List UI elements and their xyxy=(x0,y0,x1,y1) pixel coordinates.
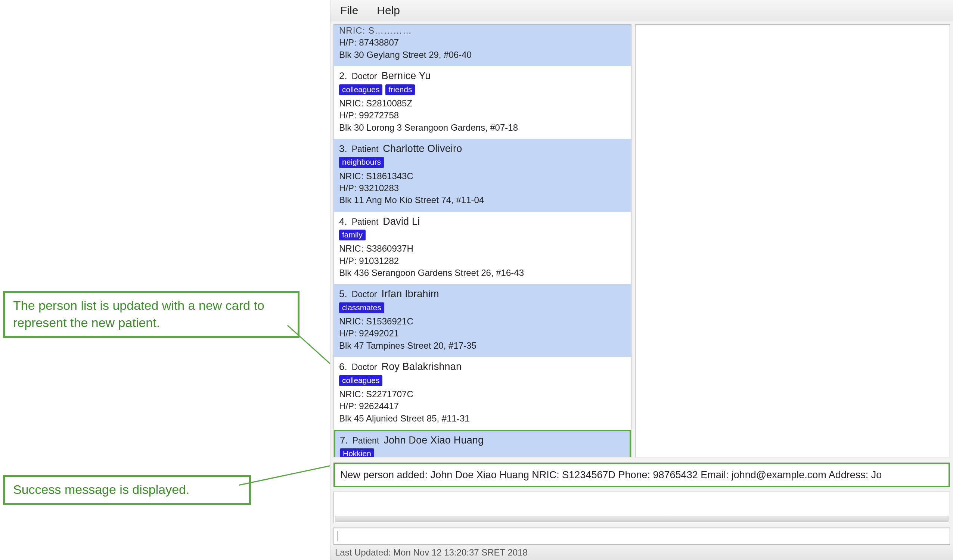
person-phone: H/P: 99272758 xyxy=(339,109,626,121)
person-head: 7.PatientJohn Doe Xiao Huang xyxy=(340,433,625,447)
person-tags: colleagues xyxy=(339,375,626,386)
horizontal-scrollbar[interactable] xyxy=(335,516,948,522)
person-address: Blk 47 Tampines Street 20, #17-35 xyxy=(339,340,626,352)
person-nric: NRIC: S2810085Z xyxy=(339,98,626,109)
person-nric: NRIC: S1861343C xyxy=(339,170,626,182)
person-type: Patient xyxy=(352,216,379,228)
person-list-scroll[interactable]: NRIC: S…………H/P: 87438807Blk 30 Geylang S… xyxy=(334,25,631,457)
command-input[interactable] xyxy=(338,530,946,543)
person-type: Patient xyxy=(352,143,379,155)
tag: family xyxy=(339,230,366,240)
person-tags: classmates xyxy=(339,302,626,313)
command-input-wrap xyxy=(334,527,950,545)
person-name: Charlotte Oliveiro xyxy=(383,142,462,155)
status-text: Last Updated: Mon Nov 12 13:20:37 SRET 2… xyxy=(335,547,528,558)
person-card[interactable]: 5.DoctorIrfan IbrahimclassmatesNRIC: S15… xyxy=(334,284,631,357)
secondary-output-panel xyxy=(334,491,950,523)
person-phone: H/P: 92624417 xyxy=(339,400,626,412)
person-name: John Doe Xiao Huang xyxy=(383,433,484,447)
person-head: 4.PatientDavid Li xyxy=(339,215,626,228)
person-phone: H/P: 92492021 xyxy=(339,327,626,339)
person-phone: H/P: 93210283 xyxy=(339,182,626,194)
person-address: Blk 436 Serangoon Gardens Street 26, #16… xyxy=(339,267,626,279)
annotation-text: The person list is updated with a new ca… xyxy=(13,298,264,330)
person-tags: neighbours xyxy=(339,157,626,168)
person-tags: family xyxy=(339,230,626,240)
result-display: New person added: John Doe Xiao Huang NR… xyxy=(334,462,950,487)
person-address: Blk 30 Geylang Street 29, #06-40 xyxy=(339,49,626,61)
person-name: Irfan Ibrahim xyxy=(381,287,439,301)
person-head: 2.DoctorBernice Yu xyxy=(339,69,626,82)
annotation-text: Success message is displayed. xyxy=(13,482,189,496)
annotation-new-card: The person list is updated with a new ca… xyxy=(3,291,300,338)
person-phone: H/P: 91031282 xyxy=(339,255,626,267)
person-type: Doctor xyxy=(352,71,377,82)
person-name: David Li xyxy=(383,215,420,228)
menu-help[interactable]: Help xyxy=(374,3,403,18)
person-address: Blk 11 Ang Mo Kio Street 74, #11-04 xyxy=(339,194,626,206)
person-index: 4. xyxy=(339,215,347,228)
person-type: Patient xyxy=(352,435,379,447)
person-index: 7. xyxy=(340,434,348,447)
person-index: 2. xyxy=(339,70,347,82)
tag: colleagues xyxy=(339,375,382,386)
person-address: Blk 45 Aljunied Street 85, #11-31 xyxy=(339,413,626,425)
content-row: NRIC: S…………H/P: 87438807Blk 30 Geylang S… xyxy=(331,21,953,457)
person-phone: H/P: 87438807 xyxy=(339,37,626,48)
menu-file[interactable]: File xyxy=(337,3,361,18)
tag: Hokkien xyxy=(340,448,374,457)
tag: neighbours xyxy=(339,157,384,168)
person-name: Roy Balakrishnan xyxy=(381,360,462,373)
person-name: Bernice Yu xyxy=(381,69,431,82)
person-card[interactable]: NRIC: S…………H/P: 87438807Blk 30 Geylang S… xyxy=(334,25,631,66)
tag: friends xyxy=(385,84,415,95)
person-index: 6. xyxy=(339,360,347,373)
person-card[interactable]: 3.PatientCharlotte OliveironeighboursNRI… xyxy=(334,139,631,212)
person-type: Doctor xyxy=(352,289,377,300)
person-nric: NRIC: S3860937H xyxy=(339,243,626,254)
menu-bar: File Help xyxy=(331,0,953,21)
person-card[interactable]: 4.PatientDavid LifamilyNRIC: S3860937HH/… xyxy=(334,212,631,284)
person-card-new[interactable]: 7.PatientJohn Doe Xiao HuangHokkienNRIC:… xyxy=(334,430,631,457)
person-card[interactable]: 2.DoctorBernice YucolleaguesfriendsNRIC:… xyxy=(334,66,631,139)
person-nric: NRIC: S2271707C xyxy=(339,388,626,400)
person-card[interactable]: 6.DoctorRoy BalakrishnancolleaguesNRIC: … xyxy=(334,357,631,430)
person-nric: NRIC: S1536921C xyxy=(339,315,626,327)
person-nric: NRIC: S………… xyxy=(339,25,626,37)
person-address: Blk 30 Lorong 3 Serangoon Gardens, #07-1… xyxy=(339,122,626,133)
person-index: 3. xyxy=(339,142,347,155)
result-text: New person added: John Doe Xiao Huang NR… xyxy=(340,469,882,481)
person-index: 5. xyxy=(339,287,347,301)
connector-line xyxy=(239,464,334,486)
person-head: 6.DoctorRoy Balakrishnan xyxy=(339,360,626,373)
person-tags: Hokkien xyxy=(340,448,625,457)
tag: classmates xyxy=(339,302,384,313)
tag: colleagues xyxy=(339,84,382,95)
annotation-success-msg: Success message is displayed. xyxy=(3,475,251,505)
app-window: File Help NRIC: S…………H/P: 87438807Blk 30… xyxy=(330,0,953,560)
status-bar: Last Updated: Mon Nov 12 13:20:37 SRET 2… xyxy=(331,545,953,560)
person-tags: colleaguesfriends xyxy=(339,84,626,95)
person-type: Doctor xyxy=(352,361,377,373)
person-list-panel: NRIC: S…………H/P: 87438807Blk 30 Geylang S… xyxy=(334,24,632,457)
person-head: 3.PatientCharlotte Oliveiro xyxy=(339,142,626,155)
detail-panel xyxy=(635,24,950,457)
person-head: 5.DoctorIrfan Ibrahim xyxy=(339,287,626,301)
